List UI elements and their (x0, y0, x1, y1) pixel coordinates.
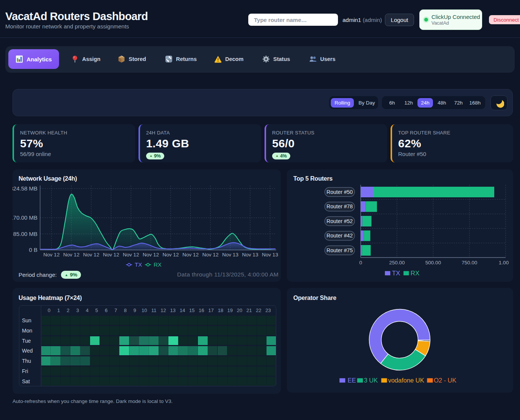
svg-text:0 B: 0 B (29, 247, 37, 253)
svg-text:Nov 12: Nov 12 (182, 252, 199, 258)
svg-text:324.58 MB: 324.58 MB (12, 185, 37, 192)
svg-text:RX: RX (154, 261, 162, 268)
svg-text:Nov 12: Nov 12 (63, 252, 79, 258)
svg-text:Nov 12: Nov 12 (143, 252, 159, 258)
svg-text:Nov 13: Nov 13 (222, 252, 238, 258)
svg-text:Nov 12: Nov 12 (202, 252, 219, 258)
svg-text:250.00: 250.00 (389, 260, 405, 265)
svg-text:Router #78: Router #78 (327, 203, 353, 209)
svg-text:Nov 12: Nov 12 (123, 252, 139, 258)
svg-text:Nov 12: Nov 12 (83, 252, 100, 258)
svg-text:750.00: 750.00 (462, 260, 477, 265)
svg-text:RX: RX (411, 270, 420, 277)
svg-text:Nov 13: Nov 13 (242, 252, 258, 258)
svg-text:Nov 12: Nov 12 (44, 252, 60, 258)
svg-text:vodafone UK: vodafone UK (388, 377, 424, 384)
svg-text:Nov 12: Nov 12 (103, 252, 119, 258)
svg-text:Router #50: Router #50 (327, 189, 353, 195)
svg-text:Nov 13: Nov 13 (262, 252, 278, 258)
svg-text:0: 0 (359, 260, 362, 265)
svg-text:Router #75: Router #75 (327, 247, 353, 253)
svg-text:170.00 MB: 170.00 MB (12, 214, 37, 221)
svg-text:TX: TX (135, 261, 142, 268)
svg-text:Nov 12: Nov 12 (163, 252, 179, 258)
svg-text:EE: EE (348, 377, 356, 384)
svg-text:TX: TX (392, 270, 400, 277)
svg-text:1.00: 1.00 (499, 260, 509, 265)
svg-text:O2 - UK: O2 - UK (434, 377, 456, 384)
svg-text:500.00: 500.00 (425, 260, 441, 265)
svg-text:Router #42: Router #42 (327, 233, 353, 239)
svg-text:85.00 MB: 85.00 MB (13, 231, 37, 237)
svg-text:3 UK: 3 UK (364, 377, 378, 384)
svg-text:Router #52: Router #52 (327, 218, 353, 224)
